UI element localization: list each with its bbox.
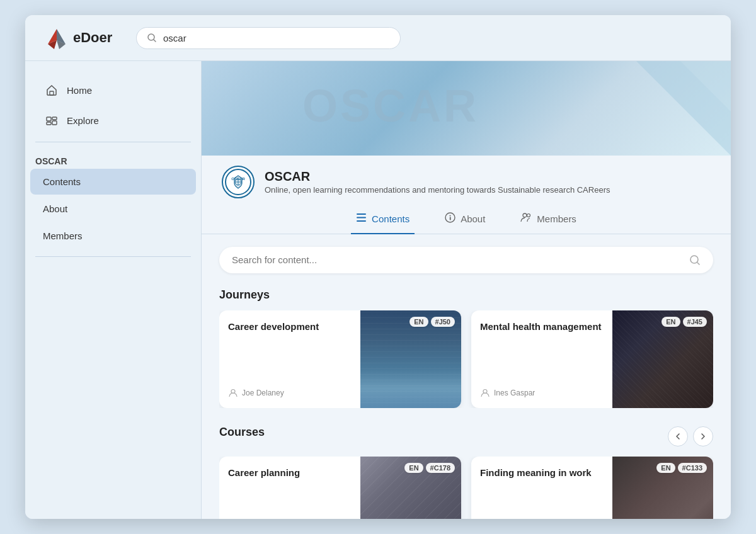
tab-about-label: About <box>461 213 485 224</box>
journeys-cards-row: Career development Joe Delaney <box>219 310 713 408</box>
journey-card-career-author-name: Joe Delaney <box>242 389 284 397</box>
tab-members-label: Members <box>537 213 576 224</box>
content-search-input[interactable] <box>232 254 683 265</box>
course-card-meaning-lang-badge: EN <box>656 463 675 473</box>
journeys-section: Journeys Career development <box>219 288 713 408</box>
hero-banner: OSCAR <box>202 61 731 156</box>
tab-contents-label: Contents <box>372 213 410 224</box>
journey-card-mental-image: EN #J45 <box>612 310 713 408</box>
journey-card-mental-author-name: Ines Gaspar <box>494 389 535 397</box>
profile-info: OSCAR Online, open learning recommendati… <box>265 169 610 195</box>
svg-point-24 <box>523 213 527 217</box>
content-area: OSCAR OSCAR <box>202 61 731 519</box>
course-card-planning-id-badge: #C178 <box>426 463 455 473</box>
sidebar-item-members[interactable]: Members <box>30 223 196 249</box>
svg-rect-7 <box>47 117 51 121</box>
course-card-planning-title: Career planning <box>228 467 352 479</box>
author-icon <box>228 388 238 398</box>
sidebar-item-about[interactable]: About <box>30 196 196 222</box>
svg-point-26 <box>690 256 698 263</box>
courses-section: Courses <box>219 426 713 520</box>
sidebar-explore-label: Explore <box>67 115 99 126</box>
chevron-right-icon <box>699 433 707 440</box>
profile-description: Online, open learning recommendations an… <box>265 185 610 195</box>
journey-card-mental-id-badge: #J45 <box>683 317 707 327</box>
journey-card-career-author: Joe Delaney <box>228 388 352 398</box>
journey-card-mental-text: Mental health management Ines Gaspar <box>471 310 612 408</box>
sidebar-contents-label: Contents <box>43 176 81 187</box>
info-icon <box>445 212 455 225</box>
courses-title: Courses <box>219 426 265 439</box>
content-search-icon <box>689 254 701 266</box>
course-card-planning-badges: EN #C178 <box>404 463 455 473</box>
global-search-bar[interactable] <box>136 27 401 49</box>
svg-rect-6 <box>50 91 54 95</box>
sidebar: Home Explore OSCAR Contents Abou <box>25 61 202 519</box>
journey-card-mental[interactable]: Mental health management Ines Gaspar <box>471 310 713 408</box>
courses-nav-arrows <box>668 426 713 446</box>
journey-card-mental-title: Mental health management <box>480 321 604 333</box>
sidebar-divider-2 <box>35 256 191 257</box>
content-search-bar[interactable] <box>219 247 713 273</box>
journey-card-career-body: Career development Joe Delaney <box>219 310 461 408</box>
journey-card-career-badges: EN #J50 <box>410 317 455 327</box>
course-card-meaning-text: Finding meaning in work <box>471 457 612 520</box>
journey-card-mental-author: Ines Gaspar <box>480 388 604 398</box>
svg-point-25 <box>527 214 530 217</box>
courses-prev-button[interactable] <box>668 426 688 446</box>
oscar-logo: OSCAR <box>222 166 255 198</box>
tab-about[interactable]: About <box>440 206 490 234</box>
course-card-meaning[interactable]: Finding meaning in work EN #C133 <box>471 457 713 520</box>
topbar: eDoer <box>25 15 731 61</box>
course-card-meaning-title: Finding meaning in work <box>480 467 604 479</box>
svg-rect-10 <box>52 121 57 125</box>
course-card-planning-lang-badge: EN <box>404 463 423 473</box>
journeys-title: Journeys <box>219 288 713 302</box>
journey-card-career-title: Career development <box>228 321 352 333</box>
tab-contents[interactable]: Contents <box>351 206 415 234</box>
journey-card-career-lang-badge: EN <box>410 317 428 327</box>
svg-rect-20 <box>357 220 366 222</box>
journey-card-mental-body: Mental health management Ines Gaspar <box>471 310 713 408</box>
home-icon <box>45 84 58 96</box>
course-card-meaning-body: Finding meaning in work EN #C133 <box>471 457 713 520</box>
author-icon-2 <box>480 388 490 398</box>
courses-next-button[interactable] <box>693 426 713 446</box>
courses-section-header: Courses <box>219 426 713 448</box>
global-search-input[interactable] <box>163 33 390 43</box>
sidebar-about-label: About <box>43 203 67 214</box>
courses-cards-row: Career planning EN #C178 <box>219 457 713 520</box>
journey-card-career-id-badge: #J50 <box>431 317 455 327</box>
svg-rect-22 <box>450 217 451 220</box>
svg-point-23 <box>450 215 451 217</box>
search-icon <box>147 33 157 43</box>
hero-banner-text: OSCAR <box>302 80 479 132</box>
hero-triangle-decoration <box>605 61 731 156</box>
oscar-logo-svg: OSCAR <box>224 168 252 196</box>
course-card-planning-text: Career planning <box>219 457 360 520</box>
svg-line-5 <box>154 40 156 42</box>
sidebar-nav: Home Explore <box>25 76 201 134</box>
course-card-planning-body: Career planning EN #C178 <box>219 457 461 520</box>
sidebar-item-home[interactable]: Home <box>35 76 191 104</box>
course-card-planning-image: EN #C178 <box>360 457 461 520</box>
course-card-meaning-id-badge: #C133 <box>678 463 707 473</box>
list-icon <box>356 212 367 225</box>
content-inner: Journeys Career development <box>202 234 731 520</box>
svg-rect-9 <box>52 117 57 120</box>
tabs-row: Contents About <box>202 198 731 234</box>
sidebar-item-explore[interactable]: Explore <box>35 106 191 134</box>
profile-row: OSCAR OSCAR Online, open learning recomm… <box>202 156 731 198</box>
main-layout: Home Explore OSCAR Contents Abou <box>25 61 731 519</box>
app-name: eDoer <box>73 30 112 46</box>
svg-rect-8 <box>47 122 51 125</box>
sidebar-item-contents[interactable]: Contents <box>30 169 196 195</box>
profile-name: OSCAR <box>265 169 610 184</box>
journey-card-career[interactable]: Career development Joe Delaney <box>219 310 461 408</box>
journey-card-career-text: Career development Joe Delaney <box>219 310 360 408</box>
svg-rect-18 <box>357 213 366 215</box>
tab-members[interactable]: Members <box>515 206 581 234</box>
chevron-left-icon <box>674 433 682 440</box>
app-logo[interactable]: eDoer <box>45 26 121 49</box>
course-card-planning[interactable]: Career planning EN #C178 <box>219 457 461 520</box>
